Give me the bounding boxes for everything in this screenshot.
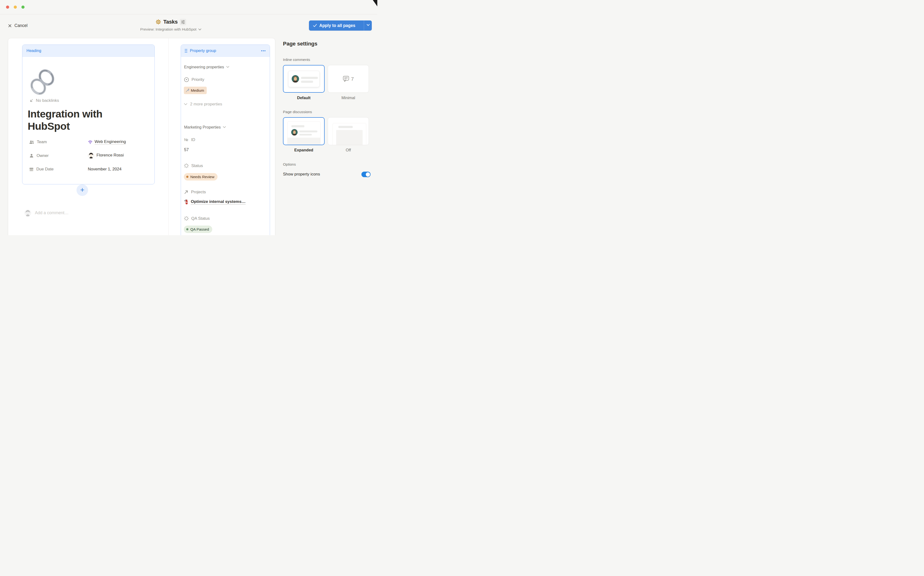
cancel-label: Cancel <box>14 23 27 28</box>
add-block-button[interactable]: + <box>77 184 88 196</box>
arrow-up-right-icon <box>184 190 189 195</box>
status-value-text: Needs Review <box>190 175 214 179</box>
group2-label: Marketing Properties <box>184 125 221 130</box>
show-property-icons-toggle[interactable] <box>361 172 370 177</box>
backlinks-row[interactable]: No backlinks <box>29 98 59 103</box>
discussion-preview-page <box>287 121 321 145</box>
comment-preview-minicard <box>288 71 319 87</box>
page-discussions-option-expanded[interactable] <box>283 117 325 145</box>
toolbar-center: Tasks Preview: Integration with HubSpot <box>104 18 238 32</box>
priority-value-tag: Medium <box>184 86 207 94</box>
qa-status-dot <box>186 228 188 230</box>
priority-select-icon <box>184 77 189 82</box>
chevron-down-icon <box>184 103 187 106</box>
qa-status-value-pill: QA Passed <box>184 226 212 233</box>
heading-block-card[interactable]: Heading No backlinks Integration with Hu… <box>22 45 155 184</box>
check-icon <box>313 24 317 27</box>
toggle-knob <box>366 172 370 177</box>
calendar-icon <box>29 167 34 172</box>
window-title-bar <box>0 0 377 14</box>
avatar-florence <box>88 152 94 158</box>
id-label: ID <box>191 138 195 142</box>
minimize-window-button[interactable] <box>14 6 17 9</box>
group-marketing-properties[interactable]: Marketing Properties <box>184 125 226 130</box>
options-section-label: Options <box>283 162 296 166</box>
property-group-card[interactable]: Property group ••• Engineering propertie… <box>181 45 270 235</box>
page-discussions-option-off[interactable] <box>328 117 369 145</box>
status-value-pill: Needs Review <box>184 173 217 181</box>
document-title[interactable]: Integration with HubSpot <box>28 108 141 132</box>
layout-settings-button[interactable] <box>180 19 186 25</box>
sliders-icon <box>181 20 185 24</box>
placeholder-line <box>291 125 305 127</box>
status-spinner-icon <box>184 163 189 168</box>
preview-selector[interactable]: Preview: Integration with HubSpot <box>104 27 238 32</box>
numero-icon: № <box>184 138 188 142</box>
option-expanded-label: Expanded <box>283 148 325 152</box>
inline-comments-option-default[interactable] <box>283 65 325 93</box>
projects-value-row[interactable]: Optimize internal systems… <box>184 199 246 205</box>
heading-block-label: Heading <box>27 48 41 53</box>
group-engineering-properties[interactable]: Engineering properties <box>184 65 229 69</box>
placeholder-line <box>301 81 313 83</box>
placeholder-line <box>338 126 353 128</box>
owner-label: Owner <box>37 153 49 158</box>
page-title: Tasks <box>163 19 178 25</box>
owner-property-row: Owner <box>29 152 49 159</box>
heading-block-header: Heading <box>22 45 155 57</box>
option-minimal-label: Minimal <box>328 96 369 100</box>
inline-comments-section-label: Inline comments <box>283 58 310 62</box>
project-link[interactable]: Optimize internal systems… <box>191 199 246 205</box>
placeholder-block <box>336 130 362 145</box>
arrow-down-left-icon <box>29 98 34 103</box>
inline-comments-option-minimal[interactable]: 7 <box>328 65 369 93</box>
id-value-text: 57 <box>184 147 189 152</box>
plus-icon: + <box>80 186 85 194</box>
linked-rings-page-icon <box>28 67 58 97</box>
comment-placeholder: Add a comment… <box>35 210 69 215</box>
priority-value-text: Medium <box>191 88 204 93</box>
comment-count-badge: 7 <box>351 76 354 82</box>
status-dot <box>186 176 188 178</box>
projects-label: Projects <box>191 190 206 195</box>
avatar-vangogh <box>292 75 299 83</box>
qa-status-label: QA Status <box>191 216 210 221</box>
status-property-row: Status <box>184 163 203 168</box>
id-property-row: № ID <box>184 138 195 142</box>
owner-value[interactable]: Florence Rossi <box>88 152 124 159</box>
drag-handle-icon[interactable] <box>184 48 188 53</box>
page-preview-container: Heading No backlinks Integration with Hu… <box>8 38 275 235</box>
apply-to-all-pages-button[interactable]: Apply to all pages <box>309 21 372 30</box>
property-group-menu-button[interactable]: ••• <box>261 49 266 53</box>
option-default-label: Default <box>283 96 325 100</box>
avatar-vangogh <box>291 129 298 136</box>
option-off-label: Off <box>328 148 369 152</box>
apply-options-chevron-icon[interactable] <box>367 24 370 26</box>
team-value-link[interactable]: Web Engineering <box>94 139 126 145</box>
helm-wheel-icon <box>155 19 161 25</box>
property-group-label: Property group <box>190 48 216 53</box>
zoom-window-button[interactable] <box>21 6 24 9</box>
team-label: Team <box>37 139 47 144</box>
due-date-property-row: Due Date <box>29 166 54 173</box>
placeholder-line <box>299 130 318 133</box>
cancel-button[interactable]: Cancel <box>8 23 27 28</box>
discussion-off-preview-page <box>332 123 366 145</box>
projects-property-row: Projects <box>184 190 206 195</box>
person-icon <box>29 153 34 158</box>
placeholder-line <box>301 77 318 79</box>
preview-label: Preview: Integration with HubSpot <box>140 27 196 32</box>
chevron-down-icon <box>226 66 229 68</box>
close-window-button[interactable] <box>6 6 9 9</box>
placeholder-line <box>299 134 312 136</box>
team-value[interactable]: Web Engineering <box>88 138 126 146</box>
page-settings-title: Page settings <box>283 41 318 47</box>
id-value-row: 57 <box>184 147 189 152</box>
placeholder-block <box>287 138 320 145</box>
more-properties-toggle[interactable]: 2 more properties <box>184 102 222 107</box>
team-property-row: Team <box>29 138 47 146</box>
close-icon <box>8 24 12 28</box>
status-spinner-icon <box>184 216 189 221</box>
add-comment-field[interactable]: Add a comment… <box>24 210 69 216</box>
qa-status-property-row: QA Status <box>184 216 210 221</box>
